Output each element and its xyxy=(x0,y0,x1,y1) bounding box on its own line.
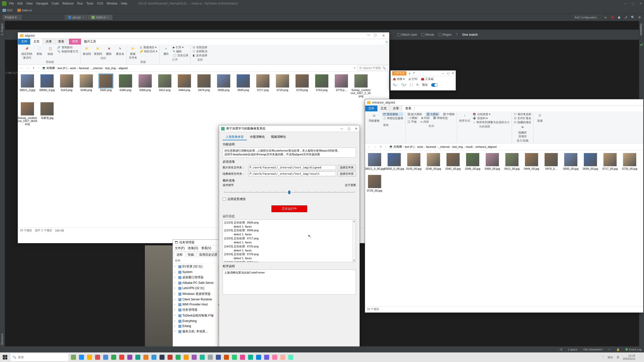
taskbar-app[interactable] xyxy=(70,353,77,361)
history-button[interactable]: 🕘 历史记录 xyxy=(173,54,188,57)
file-thumbnail[interactable]: 0345_00.jpg xyxy=(466,153,480,170)
copy-to[interactable]: 📁复制到 xyxy=(94,46,102,56)
new-item[interactable]: 🗋 新建项目 ▾ xyxy=(140,46,157,49)
settings-icon[interactable]: ⚙ xyxy=(638,16,641,19)
zoom-out-icon[interactable]: 🔍− xyxy=(393,83,398,86)
indent-indicator[interactable]: 1 space xyxy=(568,348,578,351)
tray-up-icon[interactable]: ˄ xyxy=(602,356,604,359)
expand-icon[interactable]: › xyxy=(174,313,175,317)
file-thumbnail[interactable]: 0717.png xyxy=(256,74,270,98)
close-icon[interactable]: ✕ xyxy=(355,127,357,130)
new-folder[interactable]: 📁新建 文件夹 xyxy=(129,46,137,60)
forward-icon[interactable]: → xyxy=(26,67,30,70)
tab-share[interactable]: 共享 xyxy=(390,105,402,111)
taskbar-app[interactable] xyxy=(223,353,230,361)
menu-vcs[interactable]: VCS xyxy=(97,2,103,5)
tm-menu-file[interactable]: 文件(F) xyxy=(175,246,185,250)
taskbar-clock[interactable]: 13:392023/3/10 xyxy=(623,354,635,360)
search-icon[interactable]: 🔍 xyxy=(631,16,635,19)
scroll-down-icon[interactable]: ▼ xyxy=(353,259,355,262)
gutter-database[interactable]: Database xyxy=(639,21,643,38)
tab-video-sharpen[interactable]: 视频清晰化 xyxy=(268,134,289,140)
menu-refactor[interactable]: Refactor xyxy=(62,2,74,5)
list-view[interactable]: ≣ 列表 xyxy=(421,116,430,120)
src-folder-input[interactable] xyxy=(248,165,336,170)
process-item[interactable]: ›Everything xyxy=(173,319,218,324)
file-thumbnail[interactable]: 0345.png xyxy=(118,74,133,98)
taskbar-app[interactable] xyxy=(247,353,254,361)
content-view[interactable]: ▭ 内容 xyxy=(420,120,429,124)
sort-by[interactable]: ↕排序方式 xyxy=(459,112,470,123)
explorer2-titlebar[interactable]: enhance_aligned xyxy=(365,99,643,106)
expand-icon[interactable]: › xyxy=(174,281,175,285)
large-icons[interactable]: ▦ 大图标 xyxy=(426,112,439,116)
expand-icon[interactable]: › xyxy=(174,264,175,268)
interpreter-indicator[interactable]: <No interpreter> xyxy=(583,348,603,351)
editor-tab-mainui[interactable]: main.ui× xyxy=(88,15,113,20)
expand-icon[interactable]: › xyxy=(174,319,175,323)
select-none[interactable]: ☐ 全部取消 xyxy=(193,50,207,53)
paste-button[interactable]: 📋粘贴 xyxy=(46,46,55,56)
print-button[interactable]: 🖨 打印 xyxy=(408,77,417,81)
taskbar-app[interactable] xyxy=(255,353,262,361)
edit-button[interactable]: ✎ 编辑 xyxy=(173,50,188,53)
nav-pane[interactable]: 🗂导航窗格 xyxy=(369,112,380,123)
menu-help[interactable]: Help xyxy=(121,2,127,5)
file-thumbnail[interactable]: 0500_00.jpg xyxy=(564,153,578,170)
tm-menu-options[interactable]: 选项(O) xyxy=(188,246,198,250)
menu-code[interactable]: Code xyxy=(52,2,59,5)
taskbar-app[interactable] xyxy=(199,353,206,361)
process-item[interactable]: ›任务管理器 xyxy=(173,307,218,313)
expand-icon[interactable]: › xyxy=(174,292,175,295)
options[interactable]: ☑选项 xyxy=(536,112,544,123)
taskbar-app[interactable] xyxy=(167,353,174,361)
group-by[interactable]: 📚 分组依据 ▾ xyxy=(473,112,510,116)
file-thumbnail[interactable]: 0412_00.jpg xyxy=(505,153,519,170)
file-thumbnail[interactable]: 00011_0_00.jpg xyxy=(368,153,382,170)
toolwin-list-icon[interactable]: ≡ xyxy=(409,72,410,75)
help-icon[interactable]: ? xyxy=(386,40,388,44)
file-thumbnail[interactable]: 0342.png xyxy=(99,74,113,98)
file-thumbnail[interactable]: 0478.png xyxy=(197,74,211,98)
explorer1-title-search[interactable] xyxy=(36,34,51,37)
find-help-icon[interactable]: ? xyxy=(456,33,458,36)
process-item[interactable]: ›服务主机: 本地系... xyxy=(173,329,218,334)
taskbar-app[interactable] xyxy=(94,353,101,361)
file-thumbnail[interactable]: 0240.png xyxy=(79,74,93,98)
run-icon[interactable]: ▶ xyxy=(605,16,607,19)
taskbar-app[interactable] xyxy=(110,353,117,361)
menu-navigate[interactable]: Navigate xyxy=(36,2,48,5)
taskbar-app[interactable] xyxy=(231,353,238,361)
copy-button[interactable]: 📄复制 xyxy=(35,46,44,56)
process-item[interactable]: ›WMI Provider Host xyxy=(173,302,218,307)
taskbar-app[interactable] xyxy=(183,353,190,361)
hidden-items[interactable]: ☑ 隐藏的项目 xyxy=(514,120,531,124)
preview-toggle[interactable] xyxy=(431,83,438,87)
taskbar-app[interactable] xyxy=(118,353,125,361)
file-thumbnail[interactable]: 00050_0.jpg xyxy=(40,74,54,98)
bg-enhance-checkbox[interactable] xyxy=(223,198,226,201)
file-thumbnail[interactable]: 0720_00.jpg xyxy=(623,153,637,170)
maximize-icon[interactable]: ▢ xyxy=(447,72,449,75)
login-badge[interactable]: 立即登录 xyxy=(392,71,406,75)
add-configuration-button[interactable]: Add Configuration... xyxy=(572,15,601,20)
tm-tab-processes[interactable]: 进程 xyxy=(174,252,185,258)
debug-icon[interactable]: 🐞 xyxy=(611,16,614,19)
forward-icon[interactable]: → xyxy=(373,145,378,148)
tm-menu-view[interactable]: 查看(V) xyxy=(201,246,211,250)
file-thumbnail[interactable]: 0368.png xyxy=(138,74,152,98)
tiles-view[interactable]: ▤ 平铺 xyxy=(408,120,417,124)
file-thumbnail[interactable]: 0478_0... xyxy=(544,153,558,170)
fit-columns[interactable]: ↔ 将所有列调整为合适的大小 xyxy=(473,120,510,124)
expand-icon[interactable]: › xyxy=(174,286,175,290)
paste-shortcut[interactable]: 📎 粘贴快捷方式 xyxy=(57,50,78,53)
process-item[interactable]: ›Windows 资源管理器 xyxy=(173,291,218,297)
tab-view[interactable]: 查看 xyxy=(55,38,67,44)
tab-share[interactable]: 共享 xyxy=(43,38,55,44)
dlg-titlebar[interactable]: 基于深度学习的图像修复系统 —▢✕ xyxy=(219,125,359,132)
file-thumbnail[interactable]: 0729_00.jpg xyxy=(368,175,382,192)
medium-icons[interactable]: ▦ 中图标 xyxy=(443,112,455,116)
file-thumbnail[interactable]: 0599.png xyxy=(236,74,250,98)
invert-selection[interactable]: ◧ 反向选择 xyxy=(193,54,207,57)
regex-checkbox[interactable]: Regex xyxy=(439,33,452,36)
